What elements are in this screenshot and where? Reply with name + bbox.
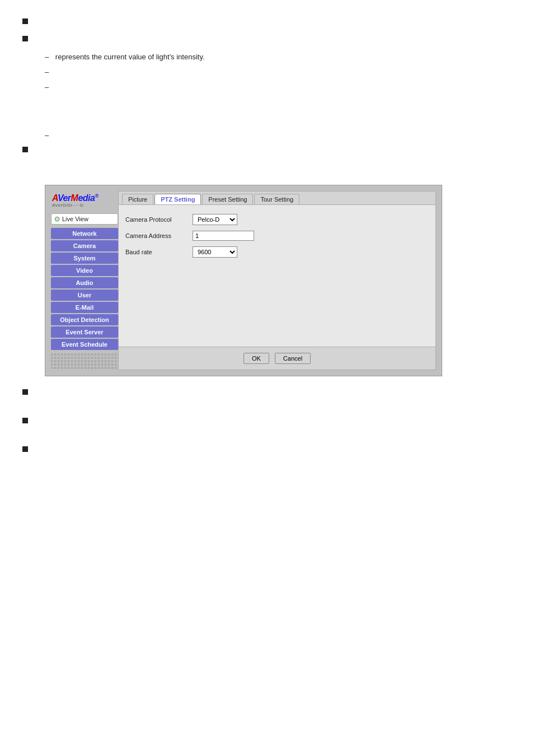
sidebar-item-video[interactable]: Video — [51, 265, 118, 276]
camera-address-input[interactable] — [193, 231, 254, 241]
sidebar-item-camera[interactable]: Camera — [51, 240, 118, 251]
bullet-section-6 — [22, 445, 512, 452]
tab-ptz-setting[interactable]: PTZ Setting — [154, 194, 201, 204]
bullet-icon-4 — [22, 389, 28, 395]
ok-button[interactable]: OK — [243, 353, 269, 364]
bullet-section-3 — [22, 145, 512, 152]
bullet-icon-3 — [22, 147, 28, 152]
live-view-label: Live View — [62, 216, 88, 222]
bullet-icon-1 — [22, 18, 28, 24]
sidebar-decorative-bands — [51, 353, 118, 369]
sidebar-item-event-schedule[interactable]: Event Schedule — [51, 339, 118, 350]
sidebar-item-audio[interactable]: Audio — [51, 277, 118, 288]
sidebar-item-user[interactable]: User — [51, 290, 118, 301]
live-view-icon: ⊙ — [54, 215, 60, 223]
sidebar-item-event-server[interactable]: Event Server — [51, 326, 118, 338]
bullet-icon-5 — [22, 418, 28, 423]
sub-item-1: represents the current value of light's … — [45, 52, 512, 63]
baud-rate-label: Baud rate — [125, 249, 193, 255]
sidebar: AVerMedia® AVerDiGi·····D ⊙ Live View Ne… — [51, 191, 118, 370]
tab-picture[interactable]: Picture — [122, 194, 153, 204]
camera-protocol-row: Camera Protocol Pelco-D Pelco-P — [125, 214, 429, 225]
baud-rate-row: Baud rate 9600 4800 2400 1200 — [125, 246, 429, 258]
bullet-icon-2 — [22, 36, 28, 41]
baud-rate-select[interactable]: 9600 4800 2400 1200 — [193, 246, 237, 258]
camera-address-row: Camera Address — [125, 231, 429, 241]
camera-protocol-label: Camera Protocol — [125, 216, 193, 223]
ui-screenshot: AVerMedia® AVerDiGi·····D ⊙ Live View Ne… — [45, 185, 442, 376]
main-panel: Picture PTZ Setting Preset Setting Tour … — [118, 191, 436, 370]
bullet-section-4 — [22, 388, 512, 395]
tab-bar: Picture PTZ Setting Preset Setting Tour … — [119, 192, 435, 205]
sidebar-item-system[interactable]: System — [51, 253, 118, 264]
bullet-section-5 — [22, 416, 512, 423]
tab-preset-setting[interactable]: Preset Setting — [202, 194, 253, 204]
panel-content: Camera Protocol Pelco-D Pelco-P Camera A… — [119, 205, 435, 346]
sub-item-2 — [45, 67, 512, 78]
sidebar-item-email[interactable]: E-Mail — [51, 302, 118, 313]
sidebar-item-object-detection[interactable]: Object Detection — [51, 314, 118, 325]
bullet-section-1 — [22, 17, 512, 24]
sidebar-logo: AVerMedia® AVerDiGi·····D — [51, 191, 118, 209]
tab-tour-setting[interactable]: Tour Setting — [254, 194, 299, 204]
cancel-button[interactable]: Cancel — [275, 353, 311, 364]
camera-address-label: Camera Address — [125, 232, 193, 239]
bullet-icon-6 — [22, 446, 28, 452]
sub-item-4 — [45, 130, 512, 142]
bullet-section-2 — [22, 34, 512, 41]
sub-item-3 — [45, 82, 512, 94]
live-view-button[interactable]: ⊙ Live View — [51, 213, 118, 225]
sidebar-item-network[interactable]: Network — [51, 228, 118, 239]
panel-footer: OK Cancel — [119, 347, 435, 370]
camera-protocol-select[interactable]: Pelco-D Pelco-P — [193, 214, 237, 225]
